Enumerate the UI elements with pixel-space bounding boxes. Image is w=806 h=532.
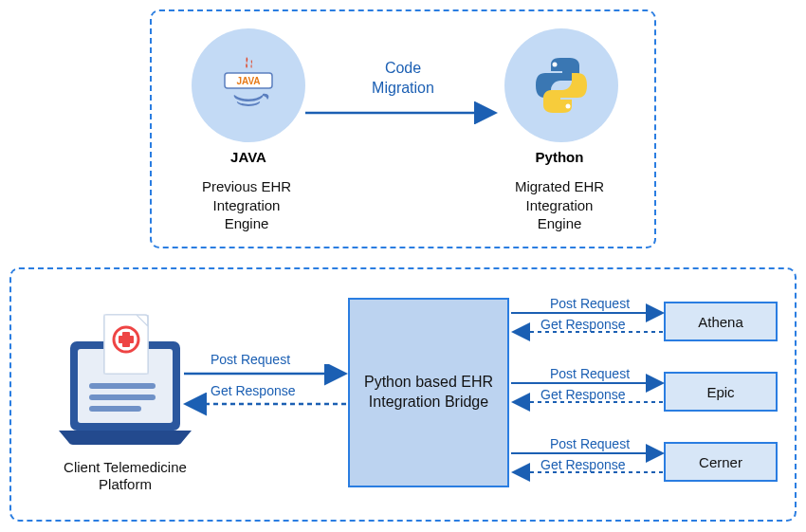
svg-rect-8 xyxy=(89,394,156,400)
ehr-cerner-label: Cerner xyxy=(699,454,742,470)
java-lang-label: JAVA xyxy=(229,149,267,165)
client-post-label: Post Request xyxy=(211,352,290,367)
ehr-athena-label: Athena xyxy=(698,314,743,330)
ehr-box-athena: Athena xyxy=(664,302,778,341)
ehr-epic-label: Epic xyxy=(706,384,734,400)
svg-rect-7 xyxy=(89,383,156,389)
bridge-caption: Python based EHR Integration Bridge xyxy=(359,373,498,413)
top-panel: JAVA JAVA Previous EHR Integration Engin… xyxy=(150,9,656,248)
svg-rect-9 xyxy=(89,406,141,412)
client-caption: Client Telemedicine Platform xyxy=(49,459,201,493)
athena-post-label: Post Request xyxy=(550,296,630,311)
python-caption: Migrated EHR Integration Engine xyxy=(503,177,616,233)
telemedicine-client-icon xyxy=(49,307,201,459)
migration-arrow xyxy=(305,101,504,124)
client-get-label: Get Response xyxy=(211,383,296,398)
epic-get-label: Get Response xyxy=(540,387,626,402)
svg-point-2 xyxy=(553,63,558,67)
bottom-panel: Client Telemedicine Platform Python base… xyxy=(9,267,797,522)
python-lang-label: Python xyxy=(531,149,588,165)
integration-bridge-box: Python based EHR Integration Bridge xyxy=(348,298,509,487)
migration-arrow-label: Code Migration xyxy=(341,59,465,99)
java-icon: JAVA xyxy=(215,52,282,119)
java-circle: JAVA xyxy=(192,28,305,142)
python-icon xyxy=(528,52,595,119)
java-caption: Previous EHR Integration Engine xyxy=(190,177,303,233)
python-circle xyxy=(504,28,618,142)
ehr-box-cerner: Cerner xyxy=(664,442,778,482)
cerner-get-label: Get Response xyxy=(540,457,626,472)
cerner-post-label: Post Request xyxy=(550,436,630,451)
ehr-box-epic: Epic xyxy=(664,372,778,412)
athena-get-label: Get Response xyxy=(540,317,626,332)
epic-post-label: Post Request xyxy=(550,366,630,381)
svg-rect-13 xyxy=(119,336,134,343)
svg-text:JAVA: JAVA xyxy=(236,76,260,86)
svg-point-3 xyxy=(566,104,571,109)
